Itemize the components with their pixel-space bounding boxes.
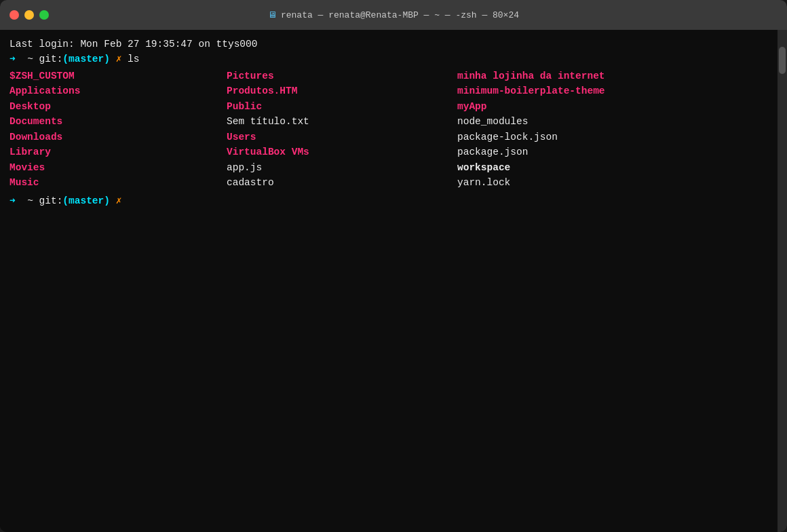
title-bar: 🖥 renata — renata@Renata-MBP — ~ — -zsh … — [0, 0, 787, 30]
minimize-button[interactable] — [24, 10, 34, 20]
prompt-cmd-1: ls — [121, 52, 139, 66]
list-item: Library — [9, 145, 227, 159]
prompt-tilde-2: ~ — [16, 193, 39, 208]
prompt-tilde-1: ~ — [16, 52, 39, 66]
traffic-lights — [9, 10, 49, 20]
list-item: yarn.lock — [457, 175, 778, 190]
list-item: package.json — [457, 145, 778, 159]
prompt-branch-2: (master) — [62, 193, 110, 208]
list-item: myApp — [457, 99, 778, 114]
list-item: $ZSH_CUSTOM — [9, 69, 227, 83]
prompt-x-1: ✗ — [110, 52, 121, 66]
prompt-arrow-2: ➜ — [9, 193, 16, 208]
list-item-workspace: workspace — [457, 160, 778, 175]
prompt-branch-1: (master) — [62, 52, 110, 66]
prompt-arrow-1: ➜ — [9, 52, 16, 66]
list-item: app.js — [227, 160, 457, 175]
ls-output: $ZSH_CUSTOM Applications Desktop Documen… — [9, 69, 778, 191]
login-line: Last login: Mon Feb 27 19:35:47 on ttys0… — [9, 37, 778, 52]
list-item: Public — [227, 99, 457, 114]
list-item: Produtos.HTM — [227, 83, 457, 98]
list-item: minimum-boilerplate-theme — [457, 83, 778, 98]
prompt-git-2: git: — [39, 193, 63, 208]
list-item: Music — [9, 175, 227, 190]
close-button[interactable] — [9, 10, 19, 20]
list-item: node_modules — [457, 114, 778, 129]
maximize-button[interactable] — [39, 10, 49, 20]
prompt-line-1: ➜ ~ git: (master) ✗ ls — [9, 52, 778, 66]
list-item: minha lojinha da internet — [457, 69, 778, 83]
window-title: 🖥 renata — renata@Renata-MBP — ~ — -zsh … — [268, 10, 519, 20]
list-item: Sem título.txt — [227, 114, 457, 129]
title-label: renata — renata@Renata-MBP — ~ — -zsh — … — [281, 10, 519, 20]
ls-col-1: $ZSH_CUSTOM Applications Desktop Documen… — [9, 69, 227, 191]
terminal-icon: 🖥 — [268, 10, 277, 20]
list-item: Desktop — [9, 99, 227, 114]
list-item: package-lock.json — [457, 130, 778, 145]
ls-col-2: Pictures Produtos.HTM Public Sem título.… — [227, 69, 457, 191]
list-item: Downloads — [9, 130, 227, 145]
prompt-x-2: ✗ — [110, 193, 121, 208]
prompt-git-1: git: — [39, 52, 63, 66]
list-item: Applications — [9, 83, 227, 98]
terminal-body[interactable]: Last login: Mon Feb 27 19:35:47 on ttys0… — [0, 30, 787, 532]
list-item: cadastro — [227, 175, 457, 190]
login-text: Last login: Mon Feb 27 19:35:47 on ttys0… — [9, 37, 257, 52]
cursor — [121, 193, 128, 208]
scrollbar[interactable] — [778, 30, 787, 532]
list-item: VirtualBox VMs — [227, 145, 457, 159]
scrollbar-thumb[interactable] — [779, 47, 786, 74]
list-item: Movies — [9, 160, 227, 175]
list-item: Users — [227, 130, 457, 145]
list-item: Pictures — [227, 69, 457, 83]
list-item: Documents — [9, 114, 227, 129]
ls-col-3: minha lojinha da internet minimum-boiler… — [457, 69, 778, 191]
terminal-window: 🖥 renata — renata@Renata-MBP — ~ — -zsh … — [0, 0, 787, 532]
prompt-line-2: ➜ ~ git: (master) ✗ — [9, 193, 778, 208]
